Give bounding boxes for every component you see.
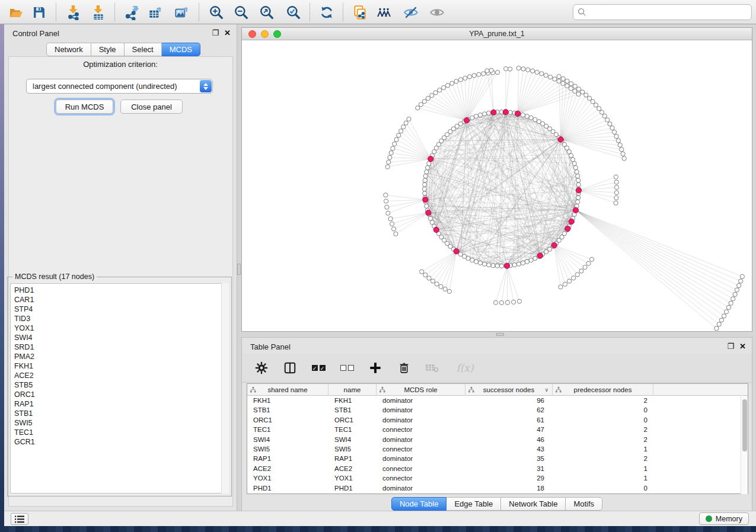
maximize-window-icon[interactable] <box>273 30 281 38</box>
cell: PHD1 <box>247 483 328 493</box>
mcds-result-item[interactable]: SRD1 <box>14 342 228 352</box>
mcds-result-item[interactable]: PHD1 <box>14 286 228 295</box>
mcds-result-item[interactable]: STB1 <box>14 409 228 418</box>
table-row[interactable]: YOX1YOX1connector291 <box>247 473 748 483</box>
mcds-result-item[interactable]: FKH1 <box>14 361 228 371</box>
mcds-list-scrollbar[interactable] <box>221 283 229 493</box>
mcds-result-item[interactable]: YOX1 <box>14 323 228 333</box>
mcds-result-item[interactable]: SWI4 <box>14 333 228 342</box>
cell: 0 <box>553 405 653 415</box>
mcds-result-item[interactable]: STB5 <box>14 380 228 390</box>
settings-gear-icon[interactable] <box>254 360 269 376</box>
mcds-result-item[interactable]: PMA2 <box>14 352 228 361</box>
deselect-all-icon[interactable] <box>339 360 355 376</box>
search-input[interactable] <box>589 8 751 17</box>
tab-network[interactable]: Network <box>46 43 91 56</box>
criterion-dropdown[interactable]: largest connected component (undirected) <box>26 79 213 94</box>
search-icon <box>578 8 586 17</box>
network-window-titlebar: YPA_prune.txt_1 <box>242 28 752 40</box>
cell: dominator <box>377 454 465 463</box>
cell: FKH1 <box>247 396 328 405</box>
table-row[interactable]: RAP1RAP1dominator352 <box>247 454 748 463</box>
mcds-result-item[interactable]: SWI5 <box>14 418 228 428</box>
table-row[interactable]: SWI5SWI5connector431 <box>247 444 748 454</box>
tab-select[interactable]: Select <box>125 43 162 56</box>
tab-mcds[interactable]: MCDS <box>162 43 200 56</box>
mcds-result-item[interactable]: TEC1 <box>14 428 228 437</box>
minimize-window-icon[interactable] <box>261 30 269 38</box>
cell: TEC1 <box>328 425 377 434</box>
cell: 2 <box>553 435 653 444</box>
table-row[interactable]: ORC1ORC1dominator610 <box>247 415 748 425</box>
mcds-result-item[interactable]: GCR1 <box>14 437 228 447</box>
cell: 0 <box>553 483 653 493</box>
table-row[interactable]: STB1STB1dominator620 <box>247 405 748 415</box>
zoom-fit-icon[interactable] <box>258 4 276 21</box>
column-header-name[interactable]: name <box>328 384 377 396</box>
delete-table-icon[interactable] <box>425 360 440 376</box>
split-divider[interactable] <box>237 24 241 511</box>
run-mcds-button[interactable]: Run MCDS <box>56 100 113 114</box>
toolbar-separator <box>310 3 310 21</box>
column-header-shared-name[interactable]: shared name <box>247 384 328 396</box>
float-table-panel-icon[interactable]: ❐ <box>727 342 734 351</box>
tab-style[interactable]: Style <box>91 43 125 56</box>
column-header-predecessor-nodes[interactable]: predecessor nodes <box>553 384 653 396</box>
column-header-successor-nodes[interactable]: successor nodes∨ <box>465 384 553 396</box>
tab-edge-table[interactable]: Edge Table <box>446 497 501 511</box>
show-all-icon[interactable] <box>428 4 446 21</box>
save-session-icon[interactable] <box>30 4 48 21</box>
export-image-icon[interactable] <box>173 4 190 21</box>
table-scrollbar-thumb[interactable] <box>742 399 747 451</box>
mcds-result-item[interactable]: TID3 <box>14 314 228 323</box>
task-history-button[interactable] <box>11 513 28 525</box>
apply-layout-icon[interactable] <box>318 4 336 21</box>
equation-fx-icon[interactable]: f(x) <box>453 360 477 376</box>
close-table-panel-icon[interactable]: ✕ <box>739 342 746 351</box>
close-panel-icon[interactable]: ✕ <box>224 28 231 37</box>
zoom-out-icon[interactable] <box>232 4 250 21</box>
table-row[interactable]: SWI4SWI4dominator462 <box>247 435 748 444</box>
table-row[interactable]: ACE2ACE2connector311 <box>247 464 748 473</box>
export-table-icon[interactable] <box>146 4 164 21</box>
tab-network-table[interactable]: Network Table <box>501 497 566 511</box>
network-window-title: YPA_prune.txt_1 <box>469 30 525 38</box>
zoom-in-icon[interactable] <box>208 4 225 21</box>
delete-column-icon[interactable] <box>396 360 412 376</box>
close-window-icon[interactable] <box>248 30 256 38</box>
select-all-icon[interactable]: ✓✓ <box>311 360 326 376</box>
open-session-icon[interactable] <box>7 4 25 21</box>
table-scrollbar[interactable] <box>741 396 748 494</box>
mcds-result-item[interactable]: STP4 <box>14 305 228 314</box>
mcds-result-item[interactable]: ACE2 <box>14 371 228 380</box>
table-row[interactable]: FKH1FKH1dominator962 <box>247 396 748 405</box>
export-network-icon[interactable] <box>123 4 141 21</box>
hide-selection-icon[interactable] <box>402 4 420 21</box>
add-column-icon[interactable] <box>368 360 383 376</box>
table-row[interactable]: PHD1PHD1dominator180 <box>247 483 748 493</box>
float-panel-icon[interactable]: ❐ <box>212 28 219 37</box>
zoom-selected-icon[interactable] <box>285 4 302 21</box>
split-divider-handle[interactable] <box>237 264 241 275</box>
mcds-result-item[interactable]: CAR1 <box>14 295 228 305</box>
column-header-mcds-role[interactable]: MCDS role <box>377 384 465 396</box>
import-network-icon[interactable] <box>65 4 82 21</box>
import-table-icon[interactable] <box>90 4 107 21</box>
criterion-dropdown-value: largest connected component (undirected) <box>33 82 177 91</box>
first-neighbors-icon[interactable] <box>376 4 394 21</box>
cell: 1 <box>553 444 653 454</box>
network-canvas[interactable] <box>242 40 752 331</box>
horizontal-split-handle[interactable] <box>496 333 504 336</box>
tab-motifs[interactable]: Motifs <box>566 497 602 511</box>
mcds-result-item[interactable]: RAP1 <box>14 399 228 409</box>
network-from-selection-icon[interactable] <box>351 4 369 21</box>
memory-button[interactable]: Memory <box>699 512 749 525</box>
mcds-result-item[interactable]: ORC1 <box>14 390 228 399</box>
toggle-panel-columns-icon[interactable] <box>282 360 298 376</box>
close-panel-button[interactable]: Close panel <box>120 100 183 114</box>
table-row[interactable]: TEC1TEC1connector472 <box>247 425 748 434</box>
checked-box-icon: ✓ <box>312 365 318 371</box>
cell: 47 <box>465 425 553 434</box>
table-header-row: shared namenameMCDS rolesuccessor nodes∨… <box>247 384 748 396</box>
tab-node-table[interactable]: Node Table <box>391 497 447 511</box>
